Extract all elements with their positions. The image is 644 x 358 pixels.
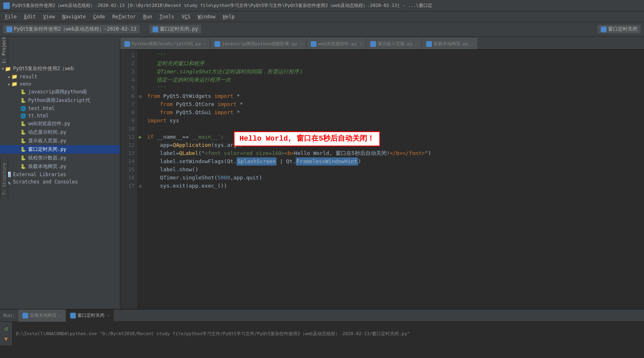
code-editor[interactable]: 1 2 3 4 5 6 7 8 9 10 11 12 13 14 15 16 1… xyxy=(120,50,644,309)
run-output: D:\Install\ANACONDA\python.exe "D:/Byrbt… xyxy=(13,329,644,338)
tree-tt-html[interactable]: 🌐 tt.html xyxy=(0,112,120,119)
code-line-13: label=QLabel("<font color=red size=140><… xyxy=(147,149,641,157)
project-toolbar: PyQt5复杂控件使用2（web及动态线程）-2020-02-13 — 窗口定时… xyxy=(0,22,644,37)
run-tab-load-local[interactable]: 装载本地网页 ✕ xyxy=(18,309,66,322)
menu-code[interactable]: Code xyxy=(90,13,108,20)
tab-load-local-close[interactable]: ✕ xyxy=(471,42,474,46)
run-tab-load-local-close[interactable]: ✕ xyxy=(59,313,62,318)
menu-bar: File Edit View Navigate Code Refactor Ru… xyxy=(0,11,644,22)
tab-web-close[interactable]: ✕ xyxy=(359,42,362,46)
tree-load-local[interactable]: 🐍 装载本地网页.py xyxy=(0,162,120,171)
code-content[interactable]: ''' 定时关闭窗口和程序 QTimer.singleShot方法(定时器时间间… xyxy=(144,50,644,309)
run-control-buttons: ↺ ▼ xyxy=(0,322,13,345)
tree-show-embed[interactable]: 🐍 显示嵌入页面.py xyxy=(0,137,120,145)
structure-panel[interactable]: 7: Structure xyxy=(0,159,8,199)
tab-web-label: web浏览器控件.py xyxy=(318,41,357,47)
code-line-7: from PyQt5.QtCore import * xyxy=(147,100,641,108)
run-tab-window-close-close[interactable]: ✕ xyxy=(107,313,109,318)
code-line-3: QTimer.singleShot方法(定时器时间间隔，所需运行程序) xyxy=(147,68,641,76)
tab-load-local-label: 装载本地网页.py xyxy=(434,41,469,47)
code-line-14: label.setWindowFlags(Qt.SplashScreen | Q… xyxy=(147,157,641,166)
code-line-16: QTimer.singleShot(5000,app.quit) xyxy=(147,174,641,182)
tree-javascrip[interactable]: 🐍 javascrip调用python函 xyxy=(0,88,120,96)
editor-tabs: Python调用JavaScript代码.py ✕ javascrip调用pyt… xyxy=(120,37,644,50)
tree-web[interactable]: 🐍 web浏览器控件.py xyxy=(0,119,120,128)
line-numbers: 1 2 3 4 5 6 7 8 9 10 11 12 13 14 15 16 1… xyxy=(120,50,137,309)
run-label: Run: xyxy=(0,313,18,318)
tree-venv[interactable]: ▶ 📁 venv xyxy=(0,80,120,88)
run-tab-window-close[interactable]: 窗口定时关闭 ✕ xyxy=(66,309,114,322)
run-output-area: ↺ ▼ D:\Install\ANACONDA\python.exe "D:/B… xyxy=(0,322,644,345)
run-tab-load-local-label: 装载本地网页 xyxy=(30,312,57,318)
tab-web[interactable]: web浏览器控件.py ✕ xyxy=(307,38,366,49)
tree-root[interactable]: ▼ 📁 PyQt5复杂控件使用2（web xyxy=(0,64,120,73)
right-tab-icon xyxy=(601,27,606,32)
tree-dynamic[interactable]: 🐍 动态显示时间.py xyxy=(0,128,120,137)
tab-python-js[interactable]: Python调用JavaScript代码.py ✕ xyxy=(120,38,210,49)
fold-column: ⊟ ▶ ⊟ xyxy=(137,50,144,309)
project-icon xyxy=(7,27,12,32)
menu-navigate[interactable]: Navigate xyxy=(59,13,89,20)
project-side-panel[interactable]: 1: Project xyxy=(0,37,8,64)
menu-run[interactable]: Run xyxy=(140,13,155,20)
menu-vcs[interactable]: VCS xyxy=(178,13,194,20)
code-line-12: app=QApplication(sys.argv) xyxy=(147,141,641,149)
tab-show-embed-close[interactable]: ✕ xyxy=(415,42,418,46)
bottom-panel: Run: 装载本地网页 ✕ 窗口定时关闭 ✕ ↺ ▼ D:\Install\AN… xyxy=(0,309,644,334)
code-line-4: 指定一定的时间来运行程序一次 xyxy=(147,76,641,84)
sidebar-tree: ▼ 📁 PyQt5复杂控件使用2（web ▶ 📁 result ▶ 📁 venv… xyxy=(0,64,120,309)
main-layout: 1: Project ▼ 📁 PyQt5复杂控件使用2（web ▶ 📁 resu… xyxy=(0,37,644,309)
code-line-6: from PyQt5.QtWidgets import * xyxy=(147,92,641,100)
tree-result[interactable]: ▶ 📁 result xyxy=(0,73,120,80)
menu-refactor[interactable]: Refactor xyxy=(109,13,139,20)
menu-window[interactable]: Window xyxy=(195,13,219,20)
app-icon xyxy=(3,2,10,9)
tab-show-embed[interactable]: 显示嵌入页面.py ✕ xyxy=(366,38,422,49)
tab-python-js-close[interactable]: ✕ xyxy=(204,42,206,46)
code-line-5: ''' xyxy=(147,84,641,92)
tab-javascrip[interactable]: javascrip调用python函数阶乘.py ✕ xyxy=(210,38,307,49)
run-output-text: D:\Install\ANACONDA\python.exe "D:/Byrbt… xyxy=(16,331,641,337)
menu-file[interactable]: File xyxy=(2,13,20,20)
code-line-17: sys.exit(app.exec_()) xyxy=(147,182,641,190)
tree-window-close[interactable]: 🐍 窗口定时关闭.py xyxy=(0,145,120,154)
project-side-label: 1: Project xyxy=(1,37,7,64)
code-line-10 xyxy=(147,125,641,133)
right-tab-label[interactable]: 窗口定时关闭 xyxy=(608,26,637,33)
tab-show-embed-label: 显示嵌入页面.py xyxy=(378,41,413,47)
menu-edit[interactable]: Edit xyxy=(21,13,39,20)
run-restart-btn[interactable]: ↺ xyxy=(2,324,11,333)
tab-load-local[interactable]: 装载本地网页.py ✕ xyxy=(422,38,478,49)
code-line-1: ''' xyxy=(147,51,641,60)
run-stop-btn[interactable]: ▼ xyxy=(2,334,11,343)
sidebar-panel: 1: Project ▼ 📁 PyQt5复杂控件使用2（web ▶ 📁 resu… xyxy=(0,37,120,309)
structure-label-text: 7: Structure xyxy=(2,163,7,195)
code-line-8: from PyQt5.QtGui import * xyxy=(147,108,641,117)
active-file-icon xyxy=(153,27,158,32)
title-text: PyQt5复杂控件使用2（web及动态线程）-2020-02-13 [D:\By… xyxy=(12,2,432,9)
menu-help[interactable]: Help xyxy=(219,13,238,20)
menu-view[interactable]: View xyxy=(40,13,58,20)
project-name[interactable]: PyQt5复杂控件使用2（web及动态线程）-2020-02-13 xyxy=(14,26,137,33)
active-file-name[interactable]: 窗口定时关闭.py xyxy=(160,26,198,33)
editor-area: Python调用JavaScript代码.py ✕ javascrip调用pyt… xyxy=(120,37,644,309)
tab-python-js-label: Python调用JavaScript代码.py xyxy=(132,41,201,47)
tab-javascrip-close[interactable]: ✕ xyxy=(300,42,302,46)
code-line-9: import sys xyxy=(147,117,641,125)
tree-test-html[interactable]: 🌐 test.html xyxy=(0,105,120,112)
code-line-15: label.show() xyxy=(147,166,641,174)
tree-ext-libs[interactable]: ▶ 📊 External Libraries xyxy=(0,171,120,178)
tree-thread[interactable]: 🐍 线程类计数器.py xyxy=(0,154,120,162)
title-bar: PyQt5复杂控件使用2（web及动态线程）-2020-02-13 [D:\By… xyxy=(0,0,644,11)
tree-scratches[interactable]: ▶ 🔧 Scratches and Consoles xyxy=(0,178,120,186)
popup-window: Hello World, 窗口在5秒后自动关闭！ xyxy=(234,131,380,146)
run-tabs: Run: 装载本地网页 ✕ 窗口定时关闭 ✕ xyxy=(0,309,644,322)
code-line-11: if __name__==`__main__`: xyxy=(147,133,641,141)
menu-tools[interactable]: Tools xyxy=(156,13,177,20)
tab-javascrip-label: javascrip调用python函数阶乘.py xyxy=(222,41,297,47)
code-line-2: 定时关闭窗口和程序 xyxy=(147,60,641,68)
run-tab-window-close-label: 窗口定时关闭 xyxy=(77,312,104,318)
popup-text: Hello World, 窗口在5秒后自动关闭！ xyxy=(239,135,374,143)
tree-python-js[interactable]: 🐍 Python调用JavaScript代 xyxy=(0,96,120,105)
